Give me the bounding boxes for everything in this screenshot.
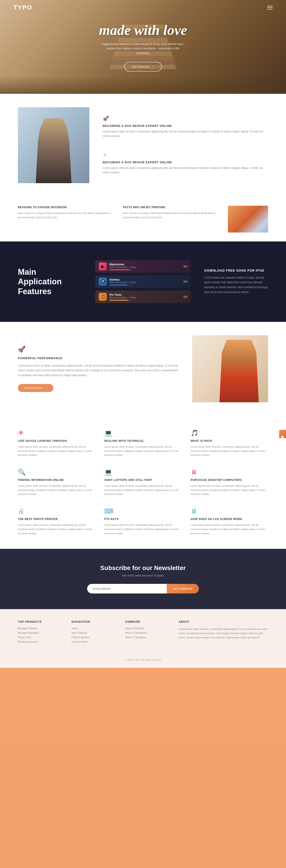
icon-grid-title-0: LIFE ADVICE LOOKING THROUGH xyxy=(18,439,95,442)
app-icon-mainstream: ▶ xyxy=(99,262,107,271)
icon-grid-title-8: HOW DOES AN LCD SCREEN WORK xyxy=(191,518,268,521)
app-rating-subway: 5.0 xyxy=(184,280,187,283)
footer-link-power-tools[interactable]: Power Tools xyxy=(18,636,63,639)
icon-grid-icon-5: 🖥 xyxy=(191,468,268,476)
performance-text: Lorem ipsum dolor sit amet, consectetur … xyxy=(18,364,179,378)
icon-grid-item-8: 🖥 HOW DOES AN LCD SCREEN WORK Lorem ipsu… xyxy=(191,507,268,535)
app-card-subway: 🚇 Subway Most downloaded · 3 Items 5.0 xyxy=(95,275,191,288)
three-col-item-1: REASONS TO CHOOSE NOTEBOOK Here I focus … xyxy=(18,206,114,219)
performance-title: POWERFUL PERFORMANCE xyxy=(18,356,179,360)
footer-link-manage-reputation[interactable]: Manage Reputation xyxy=(18,631,63,634)
footer-about-text: Lorem ipsum dolor sit amet, consectetur … xyxy=(179,627,268,640)
app-rating-protools: 5.0 xyxy=(184,295,187,299)
app-name-protools: Pro Tools xyxy=(109,293,181,297)
app-bar-fill-protools xyxy=(109,300,128,301)
app-card-protools: 🎵 Pro Tools Most downloaded · 7 Items 5.… xyxy=(95,290,191,303)
icon-grid-item-0: 👁 LIFE ADVICE LOOKING THROUGH Lorem ipsu… xyxy=(18,429,95,457)
footer-col-products: TOP PRODUCTS Managed Website Manage Repu… xyxy=(18,620,63,645)
newsletter-cta-button[interactable]: GET STARTED xyxy=(167,584,199,593)
icon-grid-title-2: WHAT IS HDCP xyxy=(191,439,268,442)
logo: TYPO xyxy=(13,4,32,11)
app-name-mainstream: Mainstream xyxy=(109,263,181,266)
three-col-title-1: REASONS TO CHOOSE NOTEBOOK xyxy=(18,206,114,209)
footer-link-offered-services[interactable]: Offered Services xyxy=(71,636,116,639)
three-col-text-1: Here I focus on a range of items and fea… xyxy=(18,211,114,219)
footer-link-managed-website[interactable]: Managed Website xyxy=(18,627,63,630)
icon-grid-text-0: Lorem ipsum dolor sit amet, consectetur … xyxy=(18,445,95,457)
woman-image xyxy=(215,340,264,402)
feature-2-title: BECOMING A DVD REPAIR EXPERT ONLINE xyxy=(103,161,268,164)
dark-right: DOWNLOAD FREE SONG FOR IPOD LCD screens … xyxy=(204,269,268,294)
footer-link-marketing-service[interactable]: Marketing Service xyxy=(18,641,63,643)
feature-1-title: BECOMING A DVD REPAIR EXPERT ONLINE xyxy=(103,124,268,128)
features-image xyxy=(18,107,89,183)
icon-grid-icon-1: 💻 xyxy=(104,429,182,437)
navbar: TYPO xyxy=(0,0,286,15)
icon-grid-text-4: Lorem ipsum dolor sit amet, consectetur … xyxy=(104,484,182,496)
dark-title: Main Application Features xyxy=(18,267,82,296)
app-bar-fill-subway xyxy=(109,285,127,285)
performance-section: 🚀 POWERFUL PERFORMANCE Lorem ipsum dolor… xyxy=(0,322,286,416)
feature-divider xyxy=(103,145,268,146)
icon-grid-text-5: Lorem ipsum dolor sit amet, consectetur … xyxy=(191,484,268,496)
footer-link-home[interactable]: Home xyxy=(71,627,116,630)
app-rating-mainstream: 5.0 xyxy=(184,265,187,268)
icon-grid-icon-4: 💻 xyxy=(104,468,182,476)
icon-grid-icon-8: 🖥 xyxy=(191,507,268,515)
icon-grid-title-3: FINDING INFORMATION ONLINE xyxy=(18,478,95,482)
menu-button[interactable] xyxy=(267,6,273,9)
app-sub-protools: Most downloaded · 7 Items xyxy=(109,297,181,299)
footer-col-about: ABOUT Lorem ipsum dolor sit amet, consec… xyxy=(179,620,268,645)
newsletter-form: GET STARTED xyxy=(87,584,199,593)
icon-grid-icon-3: 🔍 xyxy=(18,468,95,476)
three-col-item-2: FACTS WHY INKJET PRINTING Here I focus o… xyxy=(123,206,219,219)
floating-download-button[interactable]: 免费下载版 xyxy=(279,430,286,438)
icon-grid-text-8: Lorem ipsum dolor sit amet, consectetur … xyxy=(191,523,268,535)
icon-grid-title-6: THE BEST PHOTO PRINTER xyxy=(18,518,95,521)
icon-grid-text-3: Lorem ipsum dolor sit amet, consectetur … xyxy=(18,484,95,496)
hero-cta-button[interactable]: Get Started xyxy=(124,62,162,71)
icon-grid-title-1: DEALING WITH TECHNICAL xyxy=(104,439,182,442)
icon-grid-icon-0: 👁 xyxy=(18,429,95,437)
icon-grid-icon-6: 🖨 xyxy=(18,507,95,515)
icons-grid-section: 👁 LIFE ADVICE LOOKING THROUGH Lorem ipsu… xyxy=(0,416,286,549)
icon-grid-item-3: 🔍 FINDING INFORMATION ONLINE Lorem ipsum… xyxy=(18,468,95,496)
performance-content: 🚀 POWERFUL PERFORMANCE Lorem ipsum dolor… xyxy=(18,345,179,392)
app-card-mainstream: ▶ Mainstream Most downloaded · 1 Items 5… xyxy=(95,260,191,273)
features-section: 🚀 BECOMING A DVD REPAIR EXPERT ONLINE Lo… xyxy=(0,94,286,196)
feature-1-icon: 🚀 xyxy=(103,116,268,122)
dark-right-text: LCD screens are uniquely modern in style… xyxy=(204,275,268,294)
learn-more-button[interactable]: LEARN MORE xyxy=(18,384,54,392)
feature-item-1: 🚀 BECOMING A DVD REPAIR EXPERT ONLINE Lo… xyxy=(103,116,268,138)
app-cards: ▶ Mainstream Most downloaded · 1 Items 5… xyxy=(95,260,191,303)
newsletter-title: Subscribe for our Newsletter xyxy=(18,564,268,571)
three-col-image xyxy=(228,206,268,232)
icon-grid-title-7: FTA KEYS xyxy=(104,518,182,521)
app-bar-mainstream xyxy=(109,269,132,270)
app-sub-subway: Most downloaded · 3 Items xyxy=(109,281,181,284)
icon-grid-item-2: 🎵 WHAT IS HDCP Lorem ipsum dolor sit ame… xyxy=(191,429,268,457)
footer-link-wares-templates[interactable]: Wares & Templates xyxy=(125,636,170,639)
hero-title: made with love xyxy=(99,22,187,38)
app-info-mainstream: Mainstream Most downloaded · 1 Items xyxy=(109,263,181,270)
icon-grid-text-6: Lorem ipsum dolor sit amet, consectetur … xyxy=(18,523,95,535)
app-bar-fill-mainstream xyxy=(109,269,130,270)
app-bar-subway xyxy=(109,285,132,285)
newsletter-section: Subscribe for our Newsletter We won't se… xyxy=(0,549,286,609)
footer-link-wares-wordpress[interactable]: Wares & Wordpress xyxy=(125,631,170,634)
performance-icon: 🚀 xyxy=(18,345,179,353)
feature-2-text: Lorem ipsum dolor sit amet, consectetur … xyxy=(103,166,268,175)
footer-grid: TOP PRODUCTS Managed Website Manage Repu… xyxy=(18,620,268,645)
icon-grid-item-6: 🖨 THE BEST PHOTO PRINTER Lorem ipsum dol… xyxy=(18,507,95,535)
footer-link-main-features[interactable]: Main Features xyxy=(71,631,116,634)
app-icon-protools: 🎵 xyxy=(99,293,107,301)
icon-grid-item-4: 💻 SONY LAPTOPS ARE STILL PART Lorem ipsu… xyxy=(104,468,182,496)
newsletter-email-input[interactable] xyxy=(87,584,167,593)
app-bar-protools xyxy=(109,300,132,301)
icon-grid-title-5: PURCHASE DESKTOP COMPUTERS xyxy=(191,478,268,482)
app-info-subway: Subway Most downloaded · 3 Items xyxy=(109,278,181,285)
footer-link-latest-portfolio[interactable]: Latest Portfolio xyxy=(71,641,116,643)
three-col-text-2: Here I focus on a range of items and fea… xyxy=(123,211,219,219)
app-icon-subway: 🚇 xyxy=(99,278,107,286)
footer-link-wares-builders[interactable]: Wares & Builders xyxy=(125,627,170,630)
